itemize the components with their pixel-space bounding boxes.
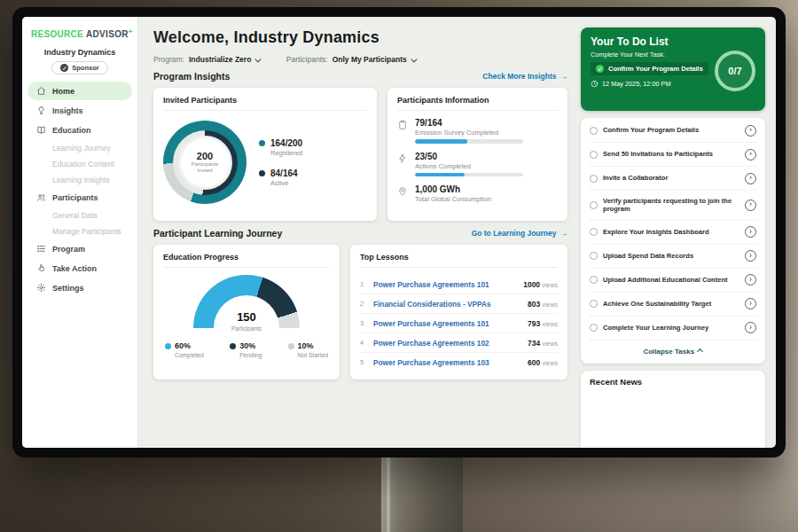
home-icon [36,86,46,96]
program-select[interactable]: Industrialize Zero [189,55,260,64]
info-row-consumption: 1,000 GWh Total Global Consumption [397,184,558,206]
logo-resource: RESOURCE [31,29,83,39]
chevron-up-icon [697,349,702,355]
sidebar-item-settings[interactable]: Settings [27,278,132,297]
task-checkbox[interactable] [590,127,598,135]
task-row[interactable]: Complete Your Learning Journey › [589,317,757,340]
photo-background: RESOURCEADVISOR+ Industry Dynamics ✓ Spo… [0,0,798,532]
card-title: Education Progress [163,253,330,268]
lesson-row: 5 Power Purchase Agreements 103 600 view… [360,353,558,372]
app-logo: RESOURCEADVISOR+ [22,26,137,46]
task-row[interactable]: Upload Spend Data Records › [589,245,757,269]
card-title: Participants Information [397,96,558,111]
arrow-right-icon: → [560,229,568,238]
page-title: Welcome, Industry Dynamics [153,28,567,47]
top-lessons-card: Top Lessons 1 Power Purchase Agreements … [350,245,567,379]
sidebar-item-education[interactable]: Education [27,121,132,139]
arrow-right-icon: → [560,72,568,81]
collapse-tasks-button[interactable]: Collapse Tasks [589,340,757,360]
legend-dot-pending [230,343,236,349]
monitor-stand [381,454,463,532]
check-more-insights-link[interactable]: Check More Insights→ [482,72,567,81]
task-list-card: Confirm Your Program Details › Send 50 I… [581,118,765,364]
book-icon [36,125,46,135]
sidebar-item-manage-participants[interactable]: Manage Participants [27,223,132,239]
lesson-link[interactable]: Financial Considerations - VPPAs [373,300,521,309]
chevron-right-icon[interactable]: › [745,173,756,184]
task-checkbox[interactable] [590,201,598,209]
recent-news-title: Recent News [590,377,642,387]
task-row[interactable]: Confirm Your Program Details › [589,119,757,143]
sidebar-item-program[interactable]: Program [27,239,132,258]
participants-filter-label: Participants: [286,55,328,64]
section-title-learning-journey: Participant Learning Journey [153,228,282,239]
task-checkbox[interactable] [590,252,598,260]
card-title: Top Lessons [360,253,558,268]
lesson-link[interactable]: Power Purchase Agreements 102 [373,339,521,348]
participants-select[interactable]: Only My Participants [332,55,416,64]
chevron-right-icon[interactable]: › [745,322,756,333]
chevron-right-icon[interactable]: › [745,298,756,309]
sidebar-item-learning-journey[interactable]: Learning Journey [27,140,132,155]
legend-dot-completed [165,343,171,349]
go-to-learning-journey-link[interactable]: Go to Learning Journey→ [472,229,567,238]
filter-bar: Program: Industrialize Zero Participants… [153,55,567,64]
task-checkbox[interactable] [590,276,598,284]
section-title-program-insights: Program Insights [153,71,230,82]
chevron-right-icon[interactable]: › [745,149,756,160]
sponsor-badge-label: Sponsor [72,64,98,72]
todo-panel: Your To Do List Complete Your Next Task:… [579,17,776,448]
task-checkbox[interactable] [590,228,598,236]
sidebar-item-label: Participants [52,193,98,202]
chevron-right-icon[interactable]: › [745,125,756,137]
sidebar-item-label: Learning Journey [52,144,111,153]
donut-center-value: 200 [197,151,213,161]
sidebar-item-label: Education Content [52,160,114,168]
sidebar-item-home[interactable]: Home [27,82,132,100]
task-checkbox[interactable] [590,300,598,308]
chevron-right-icon[interactable]: › [745,226,756,238]
task-checkbox[interactable] [590,151,598,159]
program-filter-label: Program: [153,55,184,64]
main-content: Welcome, Industry Dynamics Program: Indu… [138,17,579,448]
lesson-link[interactable]: Power Purchase Agreements 103 [373,358,521,367]
legend-pending: 30%Pending [230,341,262,359]
chevron-right-icon[interactable]: › [745,200,756,211]
legend-completed: 60%Completed [165,341,204,359]
lesson-row: 1 Power Purchase Agreements 101 1000 vie… [360,275,558,294]
chevron-right-icon[interactable]: › [745,274,756,286]
task-row[interactable]: Achieve One Sustainability Target › [589,293,757,317]
legend-not-started: 10%Not Started [288,341,328,359]
sidebar-item-label: Education [52,126,91,135]
sidebar-item-label: Insights [52,106,83,115]
sidebar-item-label: Manage Participants [52,227,121,236]
sidebar-item-insights[interactable]: Insights [27,101,132,120]
monitor-frame: RESOURCEADVISOR+ Industry Dynamics ✓ Spo… [12,7,786,458]
sidebar-item-education-content[interactable]: Education Content [27,156,132,171]
logo-advisor: ADVISOR [86,29,129,39]
sidebar: RESOURCEADVISOR+ Industry Dynamics ✓ Spo… [22,17,138,448]
sidebar-item-label: Settings [52,284,84,293]
task-row[interactable]: Verify participants requesting to join t… [589,191,757,221]
todo-summary-card: Your To Do List Complete Your Next Task:… [581,27,765,111]
task-row[interactable]: Explore Your Insights Dashboard › [589,221,757,245]
lesson-link[interactable]: Power Purchase Agreements 101 [373,280,517,289]
task-row[interactable]: Invite a Collaborator › [589,167,757,191]
chevron-right-icon[interactable]: › [745,250,756,262]
lesson-row: 3 Power Purchase Agreements 101 793 view… [360,314,558,333]
sidebar-item-take-action[interactable]: Take Action [27,259,132,278]
donut-center-label: Participants Invited [186,161,223,174]
chevron-down-icon [255,56,261,61]
education-gauge-chart: 150 Participants [192,275,301,332]
sidebar-item-learning-insights[interactable]: Learning Insights [27,172,132,187]
task-row[interactable]: Send 50 Invitations to Participants › [589,143,757,167]
sponsor-icon: ✓ [60,64,68,72]
sponsor-badge[interactable]: ✓ Sponsor [51,61,107,74]
task-row[interactable]: Upload Additional Educational Content › [589,269,757,293]
lesson-link[interactable]: Power Purchase Agreements 101 [373,319,521,328]
sidebar-item-participants[interactable]: Participants [27,188,132,207]
task-checkbox[interactable] [590,175,598,183]
sidebar-item-general-data[interactable]: General Data [27,207,132,223]
task-checkbox[interactable] [590,324,598,332]
next-task-pill[interactable]: ✓ Confirm Your Program Details [591,62,708,75]
